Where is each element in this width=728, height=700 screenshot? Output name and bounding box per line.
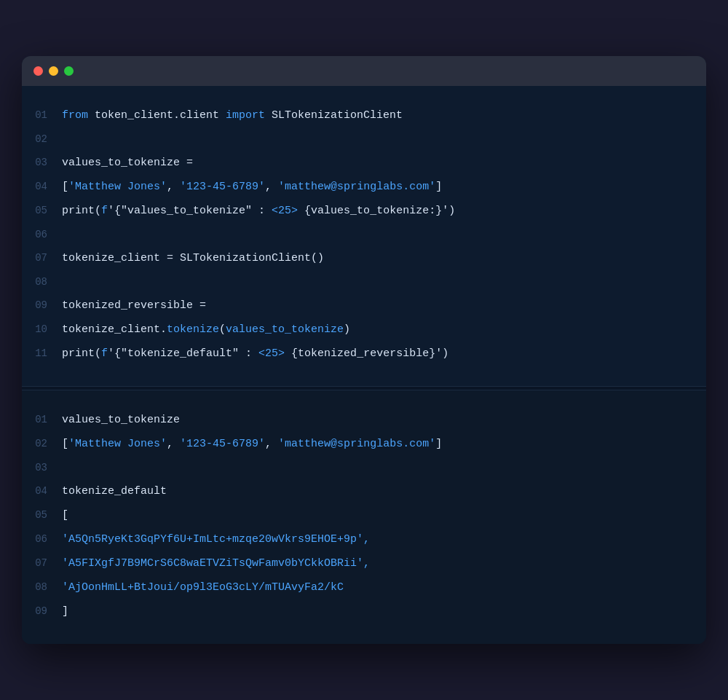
code-token: '123-45-6789' [180, 438, 265, 450]
code-line: 05[ [22, 503, 706, 527]
line-number: 10 [22, 319, 62, 339]
code-line: 07tokenize_client = SLTokenizationClient… [22, 246, 706, 270]
code-line: 06'A5Qn5RyeKt3GqPYf6U+ImLtc+mzqe20wVkrs9… [22, 527, 706, 551]
code-line: 08'AjOonHmLL+BtJoui/op9l3EoG3cLY/mTUAvyF… [22, 575, 706, 599]
code-token: tokenized_reversible = [62, 299, 206, 312]
code-token: f [101, 347, 108, 360]
line-number: 02 [22, 433, 62, 454]
code-token: <25> [258, 347, 285, 360]
line-content: 'A5FIXgfJ7B9MCrS6C8waETVZiTsQwFamv0bYCkk… [62, 554, 370, 574]
code-token: f [101, 205, 108, 217]
code-token: 'AjOonHmLL+BtJoui/op9l3EoG3cLY/mTUAvyFa2… [62, 581, 344, 594]
line-content: values_to_tokenize [62, 410, 180, 430]
line-content: ['Matthew Jones', '123-45-6789', 'matthe… [62, 177, 442, 197]
code-token: 'Matthew Jones' [68, 438, 167, 450]
titlebar [22, 56, 706, 86]
code-token: ' [435, 347, 442, 360]
code-line: 04tokenize_default [22, 479, 706, 503]
code-token: tokenize_client = SLTokenizationClient() [62, 252, 324, 264]
code-token: tokenize_default [62, 485, 167, 498]
code-window: 01from token_client.client import SLToke… [22, 56, 706, 644]
code-line: 01values_to_tokenize [22, 408, 706, 432]
code-line: 02 [22, 127, 706, 151]
code-token: ] [435, 181, 442, 193]
code-line: 08 [22, 270, 706, 294]
output-panel: 01values_to_tokenize02['Matthew Jones', … [22, 390, 706, 644]
code-token: ) [344, 323, 350, 336]
line-content: 'AjOonHmLL+BtJoui/op9l3EoG3cLY/mTUAvyFa2… [62, 578, 344, 598]
code-token: ] [62, 605, 68, 618]
code-token: ' [108, 347, 114, 360]
line-number: 11 [22, 343, 62, 363]
code-token: , [167, 438, 180, 450]
code-token: [ [62, 509, 68, 522]
code-token: ) [442, 347, 448, 360]
code-token: , [265, 438, 278, 450]
line-number: 04 [22, 481, 62, 501]
line-number: 08 [22, 577, 62, 597]
code-line: 11print(f'{"tokenize_default" : <25> {to… [22, 342, 706, 366]
code-token: 'matthew@springlabs.com' [278, 438, 435, 450]
code-panel: 01from token_client.client import SLToke… [22, 86, 706, 386]
code-token: [ [62, 438, 68, 450]
code-token: 'matthew@springlabs.com' [278, 181, 435, 193]
code-token: ] [435, 438, 442, 450]
code-token: <25> [272, 205, 298, 217]
line-content: [ [62, 506, 68, 526]
line-content: print(f'{"values_to_tokenize" : <25> {va… [62, 201, 455, 221]
code-token: {tokenized_reversible} [285, 347, 435, 360]
code-token: print( [62, 347, 101, 360]
code-line: 04['Matthew Jones', '123-45-6789', 'matt… [22, 175, 706, 199]
line-number: 06 [22, 224, 62, 245]
line-number: 01 [22, 409, 62, 430]
line-number: 02 [22, 129, 62, 149]
line-content: values_to_tokenize = [62, 153, 193, 173]
code-token: {"tokenize_default" : [114, 347, 258, 360]
code-token: {"values_to_tokenize" : [114, 205, 272, 217]
code-token: token_client.client [88, 109, 226, 122]
code-line: 09tokenized_reversible = [22, 294, 706, 318]
code-line: 03 [22, 456, 706, 479]
code-token: 'A5Qn5RyeKt3GqPYf6U+ImLtc+mzqe20wVkrs9EH… [62, 533, 370, 546]
maximize-button[interactable] [64, 66, 74, 76]
line-content: tokenized_reversible = [62, 296, 206, 316]
code-token: import [226, 109, 265, 122]
code-token: values_to_tokenize [62, 414, 180, 426]
line-number: 08 [22, 272, 62, 292]
code-line: 01from token_client.client import SLToke… [22, 103, 706, 127]
code-token: '123-45-6789' [180, 181, 265, 193]
line-number: 01 [22, 105, 62, 125]
code-token: tokenize [167, 323, 219, 336]
code-token: 'Matthew Jones' [68, 181, 167, 193]
code-token: {values_to_tokenize:} [298, 205, 442, 217]
line-number: 05 [22, 200, 62, 221]
line-number: 07 [22, 553, 62, 573]
code-token: SLTokenizationClient [265, 109, 403, 122]
line-number: 09 [22, 295, 62, 315]
line-number: 03 [22, 457, 62, 478]
code-token: [ [62, 181, 68, 193]
line-number: 05 [22, 505, 62, 525]
code-line: 02['Matthew Jones', '123-45-6789', 'matt… [22, 432, 706, 456]
code-token: print( [62, 205, 101, 217]
line-number: 04 [22, 176, 62, 197]
code-token: values_to_tokenize [226, 323, 344, 336]
close-button[interactable] [33, 66, 43, 76]
minimize-button[interactable] [49, 66, 58, 76]
line-content: tokenize_client.tokenize(values_to_token… [62, 320, 350, 340]
code-line: 05print(f'{"values_to_tokenize" : <25> {… [22, 199, 706, 223]
line-content: tokenize_client = SLTokenizationClient() [62, 248, 324, 269]
code-line: 09] [22, 599, 706, 624]
code-token: from [62, 109, 88, 122]
line-content: from token_client.client import SLTokeni… [62, 106, 403, 126]
line-content: ] [62, 602, 68, 622]
code-token: ( [219, 323, 226, 336]
line-content: print(f'{"tokenize_default" : <25> {toke… [62, 344, 448, 364]
code-line: 10tokenize_client.tokenize(values_to_tok… [22, 318, 706, 342]
line-number: 07 [22, 248, 62, 268]
code-token: ) [448, 205, 455, 217]
code-line: 06 [22, 223, 706, 246]
code-token: ' [108, 205, 114, 217]
code-token: tokenize_client. [62, 323, 167, 336]
line-number: 03 [22, 152, 62, 173]
